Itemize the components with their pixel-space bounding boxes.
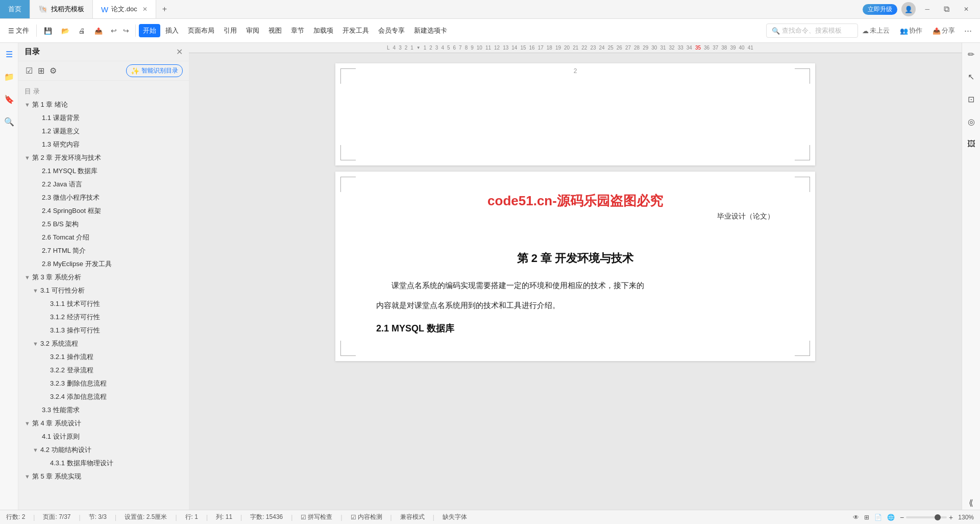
layout-tab[interactable]: 页面布局	[184, 24, 218, 37]
content-label: 内容检测	[358, 513, 382, 521]
ruler-mark: 25	[606, 45, 615, 51]
toc-item[interactable]: 2.4 SpringBoot 框架	[18, 204, 189, 218]
new-tab-button[interactable]: +	[156, 5, 173, 14]
toc-item[interactable]: ▼第 5 章 系统实现	[18, 470, 189, 483]
newitem-label: 新建选项卡	[414, 26, 447, 35]
undo-button[interactable]: ↩	[108, 25, 120, 37]
spell-check-btn[interactable]: ☑ 拼写检查	[301, 513, 332, 521]
tab-doc[interactable]: W 论文.doc ✕	[93, 0, 156, 18]
web-view-icon[interactable]: 🌐	[887, 514, 895, 521]
zoom-out-icon[interactable]: −	[900, 513, 904, 521]
view-tab[interactable]: 视图	[264, 24, 286, 37]
intro-paragraph-2[interactable]: 内容就是对课堂点名系统用到的技术和工具进行介绍。	[376, 298, 774, 312]
toc-item[interactable]: ▼第 1 章 绪论	[18, 98, 189, 111]
document-scroll[interactable]: 2 code51.cn-源码乐园盗图必究 毕业设计（论文） 第 2 章 开发环境…	[189, 53, 962, 510]
tab-home[interactable]: 首页	[0, 0, 30, 18]
chapter-tab[interactable]: 章节	[287, 24, 308, 37]
toc-item[interactable]: 2.8 MyEclipse 开发工具	[18, 257, 189, 271]
toc-item[interactable]: 3.1.2 经济可行性	[18, 311, 189, 324]
grid-layout-icon[interactable]: ⊞	[864, 514, 869, 521]
addon-tab[interactable]: 加载项	[309, 24, 337, 37]
toc-item[interactable]: 2.2 Java 语言	[18, 178, 189, 191]
share-button[interactable]: 📤 分享	[929, 25, 958, 37]
newitem-tab[interactable]: 新建选项卡	[410, 24, 451, 37]
ai-recognize-button[interactable]: ✨ 智能识别目录	[126, 64, 183, 77]
tab-close-icon[interactable]: ✕	[142, 6, 148, 13]
zoom-slider[interactable]	[906, 516, 947, 518]
search-icon-button[interactable]: 🔍	[2, 114, 16, 129]
close-button[interactable]: ✕	[959, 4, 974, 15]
toc-item[interactable]: 2.7 HTML 简介	[18, 244, 189, 257]
intro-paragraph-1[interactable]: 课堂点名系统的编码实现需要搭建一定的环境和使用相应的技术，接下来的	[376, 278, 774, 292]
member-tab[interactable]: 会员专享	[374, 24, 409, 37]
start-tab[interactable]: 开始	[139, 24, 160, 37]
restore-button[interactable]: ⧉	[939, 3, 954, 16]
search-box[interactable]: 🔍 查找命令、搜索模板	[766, 23, 858, 38]
toc-item[interactable]: ▼4.2 功能结构设计	[18, 443, 189, 457]
toc-icon-button[interactable]: ☰	[2, 47, 16, 61]
save-button[interactable]: 💾	[40, 25, 56, 37]
right-image-icon[interactable]: 🖼	[964, 137, 978, 151]
right-location-icon[interactable]: ◎	[964, 114, 978, 129]
collab-button[interactable]: 👥 协作	[897, 25, 925, 37]
right-edit-icon[interactable]: ✏	[964, 47, 978, 61]
redo-button[interactable]: ↪	[120, 25, 132, 37]
file-menu-button[interactable]: ☰ 文件	[4, 24, 33, 37]
print-button[interactable]: 🖨	[75, 25, 89, 37]
minimize-button[interactable]: ─	[920, 4, 935, 15]
toc-item[interactable]: ▼3.2 系统流程	[18, 337, 189, 350]
eye-icon[interactable]: 👁	[853, 514, 859, 521]
toc-item[interactable]: 4.3.1 数据库物理设计	[18, 457, 189, 470]
upgrade-button[interactable]: 立即升级	[863, 4, 897, 15]
toc-item[interactable]: 3.2.4 添加信息流程	[18, 390, 189, 403]
insert-tab[interactable]: 插入	[161, 24, 183, 37]
right-expand-icon[interactable]: ⟪	[964, 495, 978, 510]
toc-item[interactable]: ▼第 2 章 开发环境与技术	[18, 151, 189, 164]
toc-item[interactable]: 3.1.1 技术可行性	[18, 297, 189, 311]
settings-icon[interactable]: ⚙	[48, 65, 58, 77]
right-panel-icon[interactable]: ⊡	[964, 92, 978, 106]
toc-item[interactable]: 1.2 课题意义	[18, 125, 189, 138]
toc-item[interactable]: 2.1 MYSQL 数据库	[18, 164, 189, 178]
toc-item[interactable]: 3.2.3 删除信息流程	[18, 377, 189, 390]
right-cursor-icon[interactable]: ↖	[964, 69, 978, 84]
zoom-in-icon[interactable]: +	[949, 513, 953, 521]
ruler-mark: 15	[519, 45, 527, 51]
more-button[interactable]: ···	[962, 26, 974, 36]
export-button[interactable]: 📤	[90, 25, 107, 37]
cloud-button[interactable]: ☁ 未上云	[859, 25, 893, 37]
grid-icon[interactable]: ⊞	[37, 65, 45, 77]
references-tab[interactable]: 引用	[219, 24, 241, 37]
toc-item[interactable]: 3.1.3 操作可行性	[18, 324, 189, 337]
toc-item[interactable]: 2.5 B/S 架构	[18, 218, 189, 231]
sidebar-close-button[interactable]: ✕	[176, 47, 183, 57]
toc-item[interactable]: 3.2.1 操作流程	[18, 350, 189, 364]
toc-item[interactable]: 3.3 性能需求	[18, 403, 189, 417]
toc-item[interactable]: ▼3.1 可行性分析	[18, 284, 189, 297]
toc-item[interactable]: 3.2.2 登录流程	[18, 364, 189, 377]
search-placeholder: 查找命令、搜索模板	[782, 26, 842, 35]
bookmark-icon-button[interactable]: 🔖	[2, 92, 16, 106]
devtools-tab[interactable]: 开发工具	[338, 24, 373, 37]
content-check-btn[interactable]: ☑ 内容检测	[351, 513, 382, 521]
ruler-mark: 22	[580, 45, 589, 51]
toc-item[interactable]: ▼第 4 章 系统设计	[18, 417, 189, 430]
tab-template[interactable]: 🐚 找稻壳模板	[30, 0, 93, 18]
toc-item-label: 第 2 章 开发环境与技术	[32, 153, 101, 162]
toc-item-label: 4.3.1 数据库物理设计	[50, 459, 113, 468]
toc-item[interactable]: 4.1 设计原则	[18, 430, 189, 443]
toc-item[interactable]: 1.3 研究内容	[18, 138, 189, 151]
checkbox-icon[interactable]: ☑	[24, 65, 34, 77]
template-icon: 🐚	[38, 5, 48, 14]
print-icon: 🖨	[79, 27, 85, 35]
open-button[interactable]: 📂	[57, 25, 74, 37]
review-tab[interactable]: 审阅	[242, 24, 263, 37]
files-icon-button[interactable]: 📁	[2, 69, 16, 84]
toc-item[interactable]: ▼第 3 章 系统分析	[18, 271, 189, 284]
ruler-mark: 6	[452, 45, 458, 51]
user-avatar[interactable]: 👤	[901, 2, 916, 16]
toc-item[interactable]: 1.1 课题背景	[18, 111, 189, 125]
toc-item[interactable]: 2.3 微信小程序技术	[18, 191, 189, 204]
page-view-icon[interactable]: 📄	[874, 514, 882, 521]
toc-item[interactable]: 2.6 Tomcat 介绍	[18, 231, 189, 244]
